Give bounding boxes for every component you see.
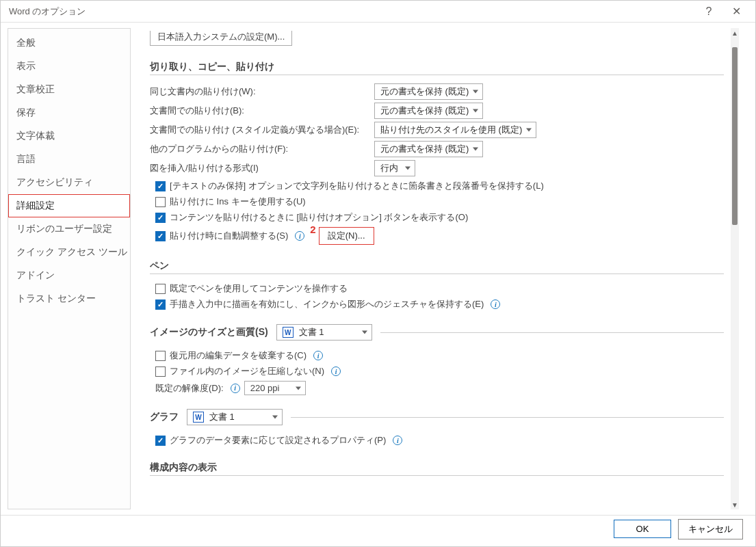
word-icon: W: [193, 412, 204, 423]
sidebar-item-language[interactable]: 言語: [8, 148, 130, 171]
word-icon: W: [283, 327, 294, 338]
sidebar-item-trustcenter[interactable]: トラスト センター: [8, 287, 130, 310]
cancel-button[interactable]: キャンセル: [678, 519, 743, 539]
scroll-down-icon[interactable]: ▼: [731, 500, 739, 509]
sidebar-item-save[interactable]: 保存: [8, 101, 130, 124]
paste-diffstyle-label: 文書間での貼り付け (スタイル定義が異なる場合)(E):: [150, 124, 369, 136]
window-title: Word のオプション: [9, 5, 695, 18]
sidebar-item-qat[interactable]: クイック アクセス ツール バー: [8, 241, 130, 264]
info-icon[interactable]: i: [295, 231, 304, 241]
info-icon[interactable]: i: [393, 436, 402, 445]
info-icon[interactable]: i: [313, 351, 323, 360]
keep-bullets-label: [テキストのみ保持] オプションで文字列を貼り付けるときに箇条書きと段落番号を保…: [170, 180, 544, 192]
paste-between-docs-label: 文書間での貼り付け(B):: [150, 105, 369, 117]
paste-otherprog-label: 他のプログラムからの貼り付け(F):: [150, 143, 369, 155]
smart-cutpaste-checkbox[interactable]: [155, 231, 166, 241]
resolution-label: 既定の解像度(D):: [155, 382, 224, 395]
section-pen: ペン: [150, 260, 724, 272]
sidebar-item-addins[interactable]: アドイン: [8, 264, 130, 287]
section-display-content: 構成内容の表示: [150, 462, 724, 474]
pen-default-label: 既定でペンを使用してコンテンツを操作する: [170, 282, 348, 295]
section-cutcopy: 切り取り、コピー、貼り付け: [150, 61, 724, 73]
vertical-scrollbar[interactable]: ▲ ▼: [731, 28, 739, 509]
footer: OK キャンセル: [1, 515, 755, 542]
graph-properties-checkbox[interactable]: [155, 436, 166, 446]
sidebar-item-general[interactable]: 全般: [8, 31, 130, 55]
close-icon[interactable]: ✕: [722, 1, 750, 23]
ime-settings-button[interactable]: 日本語入力システムの設定(M)...: [150, 31, 292, 46]
sidebar-item-display[interactable]: 表示: [8, 55, 130, 78]
sidebar-item-proofing[interactable]: 文章校正: [8, 78, 130, 101]
section-graph: グラフ: [150, 411, 179, 423]
smart-cutpaste-label: 貼り付け時に自動調整する(S): [170, 230, 288, 242]
insert-picture-label: 図を挿入/貼り付ける形式(I): [150, 162, 369, 174]
no-compress-label: ファイル内のイメージを圧縮しない(N): [170, 365, 324, 377]
ink-gesture-label: 手描き入力中に描画を有効にし、インクから図形へのジェスチャを保持する(E): [170, 298, 484, 310]
discard-editdata-checkbox[interactable]: [155, 351, 166, 361]
no-compress-checkbox[interactable]: [155, 366, 166, 377]
sidebar-item-typography[interactable]: 文字体裁: [8, 124, 130, 148]
scrollbar-thumb[interactable]: [732, 47, 738, 225]
ok-button[interactable]: OK: [614, 520, 671, 538]
insert-picture-dropdown[interactable]: 行内: [374, 160, 415, 176]
sidebar-item-ribbon[interactable]: リボンのユーザー設定: [8, 217, 130, 241]
paste-same-doc-label: 同じ文書内の貼り付け(W):: [150, 85, 369, 98]
ink-gesture-checkbox[interactable]: [155, 299, 166, 310]
paste-diffstyle-dropdown[interactable]: 貼り付け先のスタイルを使用 (既定): [374, 122, 536, 138]
keep-bullets-checkbox[interactable]: [155, 181, 166, 191]
sidebar: 全般 表示 文章校正 保存 文字体裁 言語 アクセシビリティ 詳細設定 リボンの…: [8, 28, 131, 509]
use-ins-label: 貼り付けに Ins キーを使用する(U): [170, 196, 306, 208]
info-icon[interactable]: i: [231, 384, 240, 393]
content-pane: 日本語入力システムの設定(M)... 切り取り、コピー、貼り付け 同じ文書内の貼…: [136, 28, 731, 509]
info-icon[interactable]: i: [331, 366, 341, 376]
section-image: イメージのサイズと画質(S): [150, 326, 268, 338]
discard-editdata-label: 復元用の編集データを破棄する(C): [170, 349, 307, 362]
graph-properties-label: グラフのデータ要素に応じて設定されるプロパティ(P): [170, 434, 386, 446]
show-paste-options-label: コンテンツを貼り付けるときに [貼り付けオプション] ボタンを表示する(O): [170, 211, 468, 224]
use-ins-checkbox[interactable]: [155, 197, 166, 207]
paste-same-doc-dropdown[interactable]: 元の書式を保持 (既定): [374, 83, 483, 100]
scroll-up-icon[interactable]: ▲: [731, 28, 739, 38]
sidebar-item-accessibility[interactable]: アクセシビリティ: [8, 171, 130, 194]
image-doc-dropdown[interactable]: W 文書 1: [276, 324, 372, 341]
graph-doc-dropdown[interactable]: W 文書 1: [187, 409, 283, 425]
smart-settings-button[interactable]: 設定(N)...: [319, 227, 374, 245]
sidebar-item-advanced[interactable]: 詳細設定: [8, 194, 130, 217]
help-button[interactable]: ?: [695, 1, 722, 23]
titlebar: Word のオプション ? ✕: [1, 1, 755, 23]
show-paste-options-checkbox[interactable]: [155, 213, 166, 223]
info-icon[interactable]: i: [491, 299, 500, 309]
paste-otherprog-dropdown[interactable]: 元の書式を保持 (既定): [374, 141, 483, 157]
paste-between-docs-dropdown[interactable]: 元の書式を保持 (既定): [374, 103, 483, 119]
pen-default-checkbox[interactable]: [155, 284, 166, 294]
resolution-dropdown[interactable]: 220 ppi: [244, 381, 306, 395]
callout-2: 2: [310, 224, 315, 235]
